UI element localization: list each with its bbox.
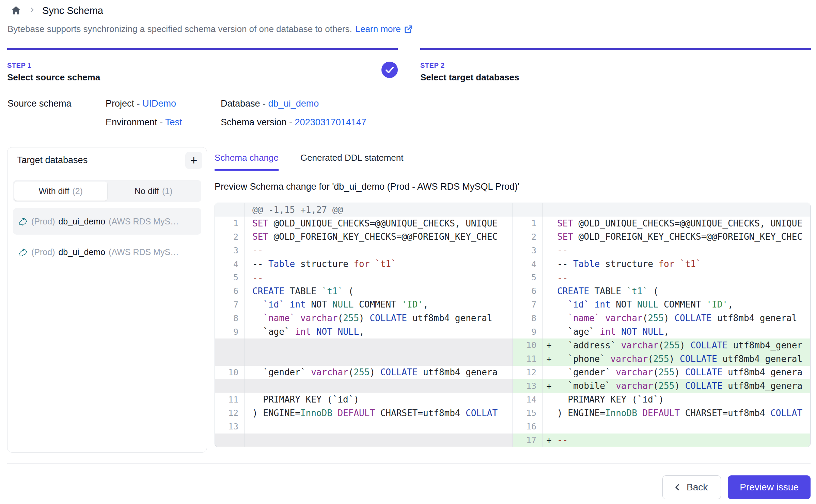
line-number: 1 xyxy=(215,217,245,230)
home-icon[interactable] xyxy=(10,5,22,16)
code-line: -- xyxy=(250,245,513,255)
line-number: 11 xyxy=(215,393,245,406)
code-line: PRIMARY KEY (`id`) xyxy=(555,394,810,405)
line-number: 1 xyxy=(513,217,543,230)
diff-filter-tabs: With diff(2)No diff(1) xyxy=(13,180,201,202)
diff-row-left-4: 4-- Table structure for `t1` xyxy=(215,257,513,271)
diff-pane-modified: 1SET @OLD_UNIQUE_CHECKS=@@UNIQUE_CHECKS,… xyxy=(513,203,810,447)
diff-row-right-6: 6CREATE TABLE `t1` ( xyxy=(513,284,810,298)
line-number: 4 xyxy=(215,257,245,271)
code-line: `phone` varchar(255) COLLATE utf8mb4_gen… xyxy=(555,354,810,364)
schema-version-link[interactable]: 20230317014147 xyxy=(295,117,366,127)
code-line: `gender` varchar(255) COLLATE utf8mb4_ge… xyxy=(250,367,513,377)
mysql-dolphin-icon xyxy=(18,216,28,226)
line-number: 3 xyxy=(513,243,543,257)
line-number xyxy=(513,203,543,217)
line-number: 12 xyxy=(513,366,543,379)
diff-row-right-5: 5-- xyxy=(513,271,810,284)
db-name: db_ui_demo xyxy=(58,247,105,257)
code-line: SET @OLD_UNIQUE_CHECKS=@@UNIQUE_CHECKS, … xyxy=(250,218,513,229)
code-line: `age` int NOT NULL, xyxy=(250,327,513,337)
code-line: `id` int NOT NULL COMMENT 'ID', xyxy=(555,299,810,310)
code-line: -- Table structure for `t1` xyxy=(250,259,513,269)
target-tab-no-diff[interactable]: No diff(1) xyxy=(107,182,200,201)
db-environment: (Prod) xyxy=(31,247,55,257)
target-tab-with-diff[interactable]: With diff(2) xyxy=(14,182,107,201)
line-number: 15 xyxy=(513,406,543,420)
db-environment: (Prod) xyxy=(31,217,55,226)
line-number: 10 xyxy=(215,366,245,379)
line-number: 6 xyxy=(215,284,245,298)
code-line: `age` int NOT NULL, xyxy=(555,327,810,337)
footer-actions: Back Preview issue xyxy=(662,475,811,499)
project-link[interactable]: UIDemo xyxy=(142,98,176,109)
line-number: 13 xyxy=(215,420,245,434)
project-field: Project - UIDemo xyxy=(106,98,221,109)
diff-row-left-5: 5-- xyxy=(215,271,513,284)
step-1-title: Select source schema xyxy=(7,72,100,83)
diff-marker: + xyxy=(543,354,555,364)
diff-row-right-15: 15) ENGINE=InnoDB DEFAULT CHARSET=utf8mb… xyxy=(513,406,810,420)
line-number: 11 xyxy=(513,352,543,366)
line-number: 2 xyxy=(215,230,245,244)
code-line: SET @OLD_FOREIGN_KEY_CHECKS=@@FOREIGN_KE… xyxy=(250,232,513,242)
step-indicator: STEP 1 Select source schema STEP 2 Selec… xyxy=(7,48,811,83)
line-number: 7 xyxy=(215,298,245,312)
learn-more-link[interactable]: Learn more xyxy=(356,24,413,34)
add-database-button[interactable]: + xyxy=(185,152,202,169)
code-line: -- Table structure for `t1` xyxy=(555,259,810,269)
line-number xyxy=(215,203,245,217)
page-title: Sync Schema xyxy=(42,5,103,16)
diff-row-right-3: 3-- xyxy=(513,243,810,257)
code-line: `address` varchar(255) COLLATE utf8mb4_g… xyxy=(555,340,810,350)
diff-row-right-14: 14 PRIMARY KEY (`id`) xyxy=(513,393,810,406)
diff-row-left-6: 6CREATE TABLE `t1` ( xyxy=(215,284,513,298)
diff-row-right-17: 17+-- xyxy=(513,434,810,447)
diff-row-left-3: 3-- xyxy=(215,243,513,257)
target-database-item-2[interactable]: (Prod)db_ui_demo(AWS RDS MyS… xyxy=(13,239,201,265)
sync-schema-page: Sync Schema Bytebase supports synchroniz… xyxy=(0,0,816,504)
db-instance: (AWS RDS MyS… xyxy=(109,247,179,257)
code-line: SET @OLD_UNIQUE_CHECKS=@@UNIQUE_CHECKS, … xyxy=(555,218,810,229)
line-number: 9 xyxy=(513,325,543,338)
diff-row-left-9: 9 `age` int NOT NULL, xyxy=(215,325,513,338)
description-text: Bytebase supports synchronizing a specif… xyxy=(7,24,352,34)
line-number: 7 xyxy=(513,298,543,312)
target-database-item-1[interactable]: (Prod)db_ui_demo(AWS RDS MyS… xyxy=(13,208,201,235)
tab-generated-ddl[interactable]: Generated DDL statement xyxy=(300,153,404,171)
environment-field: Environment - Test xyxy=(106,117,221,128)
line-number: 12 xyxy=(215,406,245,420)
step-2: STEP 2 Select target databases xyxy=(420,48,811,83)
tab-schema-change[interactable]: Schema change xyxy=(215,153,279,171)
line-number xyxy=(215,338,245,352)
breadcrumb: Sync Schema xyxy=(10,5,103,16)
diff-row-right-9: 9 `age` int NOT NULL, xyxy=(513,325,810,338)
line-number xyxy=(215,379,245,393)
line-number: 6 xyxy=(513,284,543,298)
line-number: 4 xyxy=(513,257,543,271)
chevron-right-icon xyxy=(29,6,35,15)
preview-title: Preview Schema change for 'db_ui_demo (P… xyxy=(215,182,811,194)
diff-row-right-hdr xyxy=(513,203,810,217)
database-field: Database - db_ui_demo xyxy=(221,98,366,109)
line-number: 8 xyxy=(513,311,543,325)
line-number: 14 xyxy=(513,393,543,406)
preview-tabs: Schema change Generated DDL statement xyxy=(215,153,811,171)
schema-diff-viewer: @@ -1,15 +1,27 @@1SET @OLD_UNIQUE_CHECKS… xyxy=(215,203,811,447)
code-line: -- xyxy=(250,272,513,283)
diff-row-right-16: 16 xyxy=(513,420,810,434)
step-1-label: STEP 1 xyxy=(7,62,100,69)
diff-row-left-fill xyxy=(215,434,513,447)
back-button[interactable]: Back xyxy=(662,475,721,499)
page-description: Bytebase supports synchronizing a specif… xyxy=(7,24,413,34)
line-number: 5 xyxy=(513,271,543,284)
database-link[interactable]: db_ui_demo xyxy=(268,98,319,109)
schema-version-field: Schema version - 20230317014147 xyxy=(221,117,366,128)
diff-row-left-1: 1SET @OLD_UNIQUE_CHECKS=@@UNIQUE_CHECKS,… xyxy=(215,217,513,230)
environment-link[interactable]: Test xyxy=(165,117,182,127)
footer-divider xyxy=(7,463,811,464)
line-number: 5 xyxy=(215,271,245,284)
target-databases-panel: Target databases + With diff(2)No diff(1… xyxy=(7,147,207,453)
preview-issue-button[interactable]: Preview issue xyxy=(728,475,811,499)
diff-row-right-2: 2SET @OLD_FOREIGN_KEY_CHECKS=@@FOREIGN_K… xyxy=(513,230,810,244)
